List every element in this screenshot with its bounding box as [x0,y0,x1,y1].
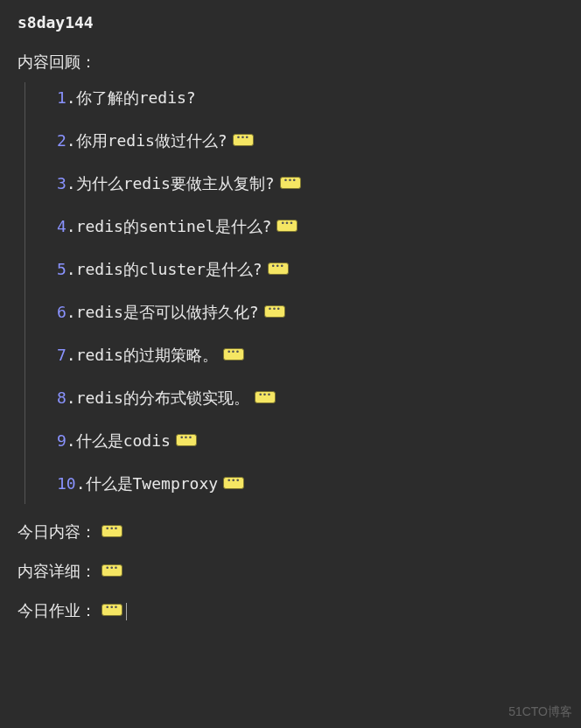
text-cursor [126,603,127,620]
review-label: 内容回顾： [18,50,564,74]
fold-badge-icon[interactable] [102,564,122,577]
item-text: redis的cluster是什么? [76,260,262,278]
item-number: 4 [57,217,66,235]
fold-badge-icon[interactable] [102,525,122,537]
item-number: 2 [57,131,66,150]
fold-badge-icon[interactable] [264,305,285,318]
list-item: 7.redis的过期策略。 [57,343,564,367]
item-text: 你用redis做过什么? [76,131,228,150]
item-dot: . [66,303,76,321]
item-number: 5 [57,260,66,278]
list-item: 2.你用redis做过什么? [57,129,564,152]
item-text: 什么是codis [76,431,171,450]
fold-badge-icon[interactable] [233,134,254,146]
item-text: 什么是Twemproxy [86,474,219,493]
fold-badge-icon[interactable] [223,348,244,360]
section-label: 内容详细： [18,562,96,580]
item-text: redis是否可以做持久化? [76,303,259,321]
list-item: 5.redis的cluster是什么? [57,257,564,281]
fold-badge-icon[interactable] [276,220,298,232]
item-number: 1 [57,88,66,107]
fold-badge-icon[interactable] [102,604,122,616]
item-number: 8 [57,388,66,407]
list-item: 3.为什么redis要做主从复制? [57,172,564,195]
item-dot: . [66,217,76,235]
item-dot: . [66,174,76,192]
review-list: 1.你了解的redis?2.你用redis做过什么?3.为什么redis要做主从… [24,82,564,504]
item-text: redis的分布式锁实现。 [76,388,249,407]
fold-badge-icon[interactable] [280,177,301,189]
list-item: 6.redis是否可以做持久化? [57,300,564,324]
item-number: 9 [57,431,66,450]
item-dot: . [66,346,76,364]
item-dot: . [66,260,76,278]
item-text: redis的过期策略。 [76,346,218,364]
item-text: 你了解的redis? [76,88,196,107]
section-row: 内容详细： [18,559,564,583]
item-number: 3 [57,174,66,192]
item-number: 10 [57,474,76,493]
item-number: 7 [57,346,66,364]
fold-badge-icon[interactable] [223,477,244,489]
document-title: s8day144 [18,10,564,34]
fold-badge-icon[interactable] [268,262,289,275]
list-item: 10.什么是Twemproxy [57,472,564,495]
item-dot: . [66,431,76,450]
item-dot: . [66,88,76,107]
item-text: 为什么redis要做主从复制? [76,174,275,192]
item-number: 6 [57,303,66,321]
list-item: 9.什么是codis [57,429,564,452]
item-dot: . [66,388,76,407]
section-label: 今日内容： [18,522,96,541]
list-item: 4.redis的sentinel是什么? [57,214,564,238]
item-text: redis的sentinel是什么? [76,217,272,235]
section-row: 今日作业： [18,598,564,622]
item-dot: . [66,131,76,150]
list-item: 1.你了解的redis? [57,86,564,109]
list-item: 8.redis的分布式锁实现。 [57,386,564,410]
fold-badge-icon[interactable] [176,434,197,446]
item-dot: . [76,474,86,493]
section-label: 今日作业： [18,601,96,620]
section-row: 今日内容： [18,520,564,543]
fold-badge-icon[interactable] [255,391,276,403]
watermark: 51CTO博客 [508,703,572,721]
